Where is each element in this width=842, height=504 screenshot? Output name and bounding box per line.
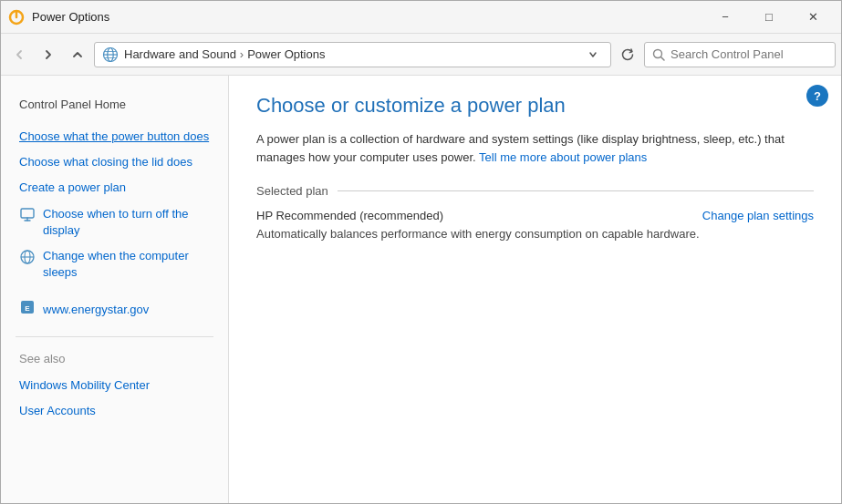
main-content: Control Panel Home Choose what the power… [1,76,841,503]
plan-description: Automatically balances performance with … [256,226,767,242]
search-input[interactable] [670,47,827,61]
sidebar-home-link[interactable]: Control Panel Home [1,90,228,115]
svg-rect-9 [21,209,34,218]
computer-sleeps-label: Change when the computer sleeps [43,248,210,281]
user-accounts-label: User Accounts [19,403,96,419]
search-box[interactable] [644,42,836,67]
refresh-button[interactable] [615,42,640,67]
power-button-label: Choose what the power button does [19,129,209,145]
window-controls: − □ ✕ [704,4,834,31]
content-description: A power plan is a collection of hardware… [256,130,804,166]
address-part1: Hardware and Sound [124,47,236,61]
sidebar-item-energystar[interactable]: E www.energystar.gov [1,294,228,324]
address-dropdown-button[interactable] [583,45,603,65]
energystar-label: www.energystar.gov [43,302,149,318]
close-button[interactable]: ✕ [792,4,834,31]
app-window: Power Options − □ ✕ Hardware and [0,0,842,504]
selected-plan-section: Selected plan HP Recommended (recommende… [256,184,814,242]
address-path: Hardware and Sound › Power Options [124,47,577,61]
address-separator: › [240,47,244,61]
sidebar-item-user-accounts[interactable]: User Accounts [1,398,228,424]
title-bar: Power Options − □ ✕ [1,1,841,34]
globe-icon [19,249,36,270]
sidebar-item-closing-lid[interactable]: Choose what closing the lid does [1,149,228,175]
up-button[interactable] [65,42,90,67]
sidebar: Control Panel Home Choose what the power… [1,76,229,503]
turn-off-display-label: Choose when to turn off the display [43,206,210,239]
learn-more-link[interactable]: Tell me more about power plans [479,150,647,164]
sidebar-item-turn-off-display[interactable]: Choose when to turn off the display [1,201,228,243]
closing-lid-label: Choose what closing the lid does [19,154,192,170]
change-plan-settings-link[interactable]: Change plan settings [702,209,814,222]
sidebar-item-create-plan[interactable]: Create a power plan [1,175,228,201]
help-button[interactable]: ? [806,85,828,107]
sidebar-item-computer-sleeps[interactable]: Change when the computer sleeps [1,243,228,285]
content-title: Choose or customize a power plan [256,94,814,118]
plan-name: HP Recommended (recommended) [256,209,443,222]
selected-plan-label: Selected plan [256,184,814,198]
navigation-bar: Hardware and Sound › Power Options [1,34,841,76]
svg-text:E: E [25,304,30,313]
back-button[interactable] [6,42,32,67]
sidebar-item-power-button[interactable]: Choose what the power button does [1,124,228,149]
app-icon [8,9,25,26]
window-title: Power Options [32,10,704,24]
plan-row: HP Recommended (recommended) Change plan… [256,209,814,222]
see-also-label: See also [1,348,228,373]
address-part2: Power Options [247,47,325,61]
address-bar[interactable]: Hardware and Sound › Power Options [94,42,611,67]
mobility-center-label: Windows Mobility Center [19,377,150,394]
svg-line-8 [661,57,665,60]
forward-button[interactable] [36,42,61,67]
monitor-icon [19,207,36,228]
maximize-button[interactable]: □ [748,4,790,31]
content-area: ? Choose or customize a power plan A pow… [229,76,841,503]
sidebar-item-mobility-center[interactable]: Windows Mobility Center [1,373,228,398]
minimize-button[interactable]: − [704,4,746,31]
create-plan-label: Create a power plan [19,180,126,196]
energystar-icon: E [19,299,36,320]
sidebar-divider [16,336,213,337]
